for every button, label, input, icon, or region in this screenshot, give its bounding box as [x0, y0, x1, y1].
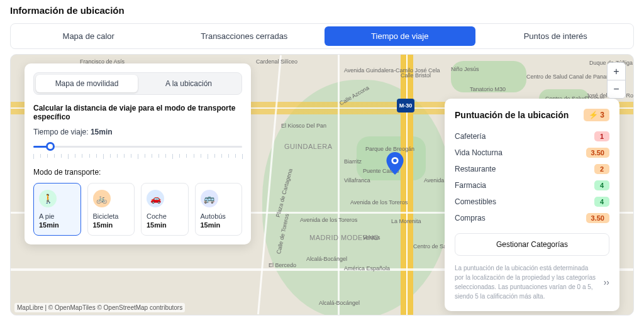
category-row: Cafetería1	[455, 131, 609, 141]
map-label: Calle Bristol	[401, 72, 431, 79]
bolt-icon: ⚡	[589, 111, 598, 119]
map-label: Niño Jesús	[451, 66, 479, 72]
main-tabs: Mapa de calor Transacciones cerradas Tie…	[10, 23, 634, 49]
map-label: GUINDALERA	[284, 143, 333, 150]
score-footnote: La puntuación de la ubicación está deter…	[455, 263, 609, 301]
category-name: Restaurante	[455, 165, 496, 173]
map-label: La Morenita	[391, 218, 421, 224]
car-icon: 🚗	[147, 190, 164, 207]
category-row: Restaurante2	[455, 164, 609, 174]
walk-icon: 🚶	[39, 190, 57, 207]
category-row: Compras3.50	[455, 213, 609, 223]
map-label: El Bercedo	[269, 262, 296, 268]
location-marker-icon[interactable]	[386, 152, 404, 175]
subtab-mobility-map[interactable]: Mapa de movilidad	[36, 75, 138, 92]
map-label: Alcalá-Bocángel	[306, 256, 347, 262]
tab-travel-time[interactable]: Tiempo de viaje	[325, 26, 475, 46]
category-name: Compras	[455, 214, 486, 222]
category-name: Vida Nocturna	[455, 148, 502, 157]
zoom-in-button[interactable]: +	[608, 63, 625, 80]
map-label: Avenida de los Toreros	[300, 217, 357, 223]
tab-closed-transactions[interactable]: Transacciones cerradas	[169, 26, 320, 46]
map-label: Ventas	[363, 234, 380, 241]
road-shield: M-30	[397, 99, 414, 112]
category-row: Farmacia4	[455, 180, 609, 190]
travel-panel: Mapa de movilidad A la ubicación Calcula…	[25, 63, 251, 244]
bike-icon: 🚲	[93, 190, 111, 207]
map-label: América Española	[344, 265, 390, 271]
mode-bus[interactable]: 🚌 Autobús 15min	[195, 183, 243, 236]
category-name: Farmacia	[455, 181, 486, 190]
svg-point-1	[393, 159, 397, 163]
zoom-controls: + −	[607, 62, 626, 99]
subtab-to-location[interactable]: A la ubicación	[138, 75, 240, 92]
mode-title: Modo de transporte:	[33, 168, 242, 177]
map-label: El Kiosco Del Pan	[281, 123, 326, 129]
travel-time-slider[interactable]	[33, 140, 242, 153]
transport-modes: 🚶 A pie 15min 🚲 Bicicleta 15min 🚗 Coche …	[33, 183, 242, 236]
map-label: Tanatorio M30	[470, 86, 506, 92]
tab-heatmap[interactable]: Mapa de calor	[13, 26, 164, 46]
mode-bike[interactable]: 🚲 Bicicleta 15min	[87, 183, 135, 236]
travel-time-label: Tiempo de viaje: 15min	[33, 128, 242, 136]
category-score: 3.50	[586, 213, 609, 223]
subtabs: Mapa de movilidad A la ubicación	[33, 72, 242, 95]
map-label: Avenida de los Toreros	[350, 199, 408, 206]
mode-walk[interactable]: 🚶 A pie 15min	[33, 183, 81, 236]
score-panel: Puntuación de la ubicación ⚡3 Cafetería1…	[445, 99, 619, 311]
category-score: 4	[594, 197, 609, 207]
category-name: Comestibles	[455, 197, 496, 206]
map-label: Alcalá-Bocángel	[319, 300, 360, 306]
category-score: 1	[594, 131, 609, 141]
calc-title: Calcular la distancia de viaje para el m…	[33, 104, 242, 121]
manage-categories-button[interactable]: Gestionar Categorías	[455, 233, 609, 256]
category-row: Comestibles4	[455, 197, 609, 207]
category-name: Cafetería	[455, 132, 486, 141]
category-row: Vida Nocturna3.50	[455, 148, 609, 158]
category-score: 4	[594, 180, 609, 190]
map-label: Parque de Breogán	[365, 146, 414, 152]
map-label: Biarritz	[344, 158, 362, 165]
map-label: Cardenal Silíceo	[256, 58, 297, 65]
slider-ticks	[33, 154, 242, 159]
map-container[interactable]: Francisco de AsísCardenal SilíceoAvenida…	[10, 54, 634, 315]
overall-score-badge: ⚡3	[584, 109, 609, 121]
bus-icon: 🚌	[201, 190, 218, 207]
score-title: Puntuación de la ubicación	[455, 110, 569, 120]
category-score: 2	[594, 164, 609, 174]
tab-poi[interactable]: Puntos de interés	[480, 26, 631, 46]
zoom-out-button[interactable]: −	[608, 80, 625, 98]
page-title: Información de ubicación	[10, 0, 634, 23]
category-score: 3.50	[586, 148, 609, 158]
map-label: Villafranca	[344, 177, 370, 184]
mode-car[interactable]: 🚗 Coche 15min	[141, 183, 189, 236]
map-attribution: MapLibre | © OpenMapTiles © OpenStreetMa…	[14, 303, 185, 312]
chevron-right-icon[interactable]: ››	[604, 276, 609, 289]
map-label: Centro de Salud Canal de Panamá	[526, 74, 614, 80]
